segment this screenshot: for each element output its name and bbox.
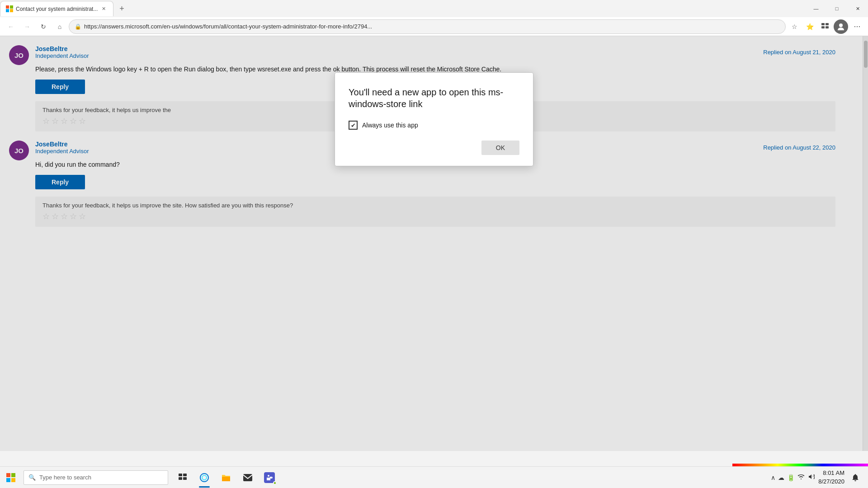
svg-rect-9 xyxy=(243,474,252,481)
taskbar-search[interactable]: 🔍 Type here to search xyxy=(24,470,168,485)
svg-rect-2 xyxy=(821,26,825,28)
address-bar: ← → ↻ ⌂ 🔒 https://answers.microsoft.com/… xyxy=(0,17,868,36)
taskbar-multitasking-button[interactable] xyxy=(172,467,193,488)
back-button[interactable]: ← xyxy=(4,19,18,34)
page-content: JO JoseBeltre Independent Advisor Replie… xyxy=(0,36,868,451)
volume-icon[interactable] xyxy=(807,473,815,482)
forward-button[interactable]: → xyxy=(20,19,34,34)
dialog-checkbox-label: Always use this app xyxy=(362,122,418,129)
always-use-app-checkbox[interactable]: ✔ xyxy=(349,121,358,130)
maximize-button[interactable]: □ xyxy=(826,1,847,16)
svg-rect-7 xyxy=(179,477,182,480)
refresh-button[interactable]: ↻ xyxy=(36,19,51,34)
system-tray-icons: ∧ ☁ 🔋 xyxy=(771,473,815,482)
dialog-checkbox-row: ✔ Always use this app xyxy=(349,121,519,130)
checkmark-icon: ✔ xyxy=(351,122,356,129)
dialog-ok-button[interactable]: OK xyxy=(481,141,519,155)
taskbar-fileexplorer-button[interactable] xyxy=(215,467,237,488)
taskbar-edge-button[interactable] xyxy=(193,467,215,488)
tray-arrow-icon[interactable]: ∧ xyxy=(771,474,775,481)
svg-rect-0 xyxy=(821,23,825,25)
svg-rect-3 xyxy=(826,26,829,28)
browser-tab[interactable]: Contact your system administrat... ✕ xyxy=(0,1,113,16)
cloud-icon[interactable]: ☁ xyxy=(778,474,784,481)
new-tab-button[interactable]: + xyxy=(115,2,128,15)
rainbow-bar xyxy=(732,464,868,466)
collections-button[interactable]: ⭐ xyxy=(803,20,816,33)
svg-rect-5 xyxy=(179,474,182,476)
clock-date: 8/27/2020 xyxy=(818,478,844,486)
dialog-overlay: You'll need a new app to open this ms-wi… xyxy=(0,36,868,451)
taskbar-teams-button[interactable] xyxy=(259,467,280,488)
tab-close-button[interactable]: ✕ xyxy=(99,5,108,13)
browser-profile-collections[interactable] xyxy=(818,20,832,33)
start-button[interactable] xyxy=(0,467,22,488)
window-controls: — □ ✕ xyxy=(806,1,868,16)
svg-rect-6 xyxy=(183,474,187,476)
taskbar-mail-button[interactable] xyxy=(237,467,259,488)
tab-favicon xyxy=(6,5,13,13)
dialog-footer: OK xyxy=(349,141,519,155)
browser-window: Contact your system administrat... ✕ + —… xyxy=(0,0,868,451)
taskbar-icons xyxy=(172,467,280,488)
taskbar: 🔍 Type here to search xyxy=(0,466,868,488)
teams-icon xyxy=(264,472,275,483)
dialog-title: You'll need a new app to open this ms-wi… xyxy=(349,86,519,110)
taskbar-right: ∧ ☁ 🔋 8:01 AM 8/27/2020 xyxy=(765,469,868,485)
home-button[interactable]: ⌂ xyxy=(52,19,67,34)
minimize-button[interactable]: — xyxy=(806,1,826,16)
dialog: You'll need a new app to open this ms-wi… xyxy=(335,72,533,166)
wifi-icon[interactable] xyxy=(797,474,805,481)
system-clock[interactable]: 8:01 AM 8/27/2020 xyxy=(818,469,844,485)
svg-rect-8 xyxy=(183,477,187,480)
tab-title: Contact your system administrat... xyxy=(16,6,98,12)
url-text: https://answers.microsoft.com/en-us/wind… xyxy=(84,23,780,30)
taskbar-search-icon: 🔍 xyxy=(28,474,36,481)
taskbar-search-placeholder: Type here to search xyxy=(39,474,91,481)
battery-icon[interactable]: 🔋 xyxy=(787,474,795,481)
url-bar[interactable]: 🔒 https://answers.microsoft.com/en-us/wi… xyxy=(69,19,786,34)
notification-button[interactable] xyxy=(848,470,863,485)
security-icon: 🔒 xyxy=(75,23,81,30)
svg-rect-1 xyxy=(826,23,829,25)
favorites-button[interactable]: ☆ xyxy=(788,20,801,33)
tab-bar: Contact your system administrat... ✕ + —… xyxy=(0,0,868,17)
svg-point-4 xyxy=(839,23,843,27)
clock-time: 8:01 AM xyxy=(818,469,844,477)
profile-button[interactable] xyxy=(834,19,848,34)
close-button[interactable]: ✕ xyxy=(847,1,868,16)
teams-status-dot xyxy=(273,481,277,485)
browser-menu-button[interactable]: ··· xyxy=(850,19,864,34)
